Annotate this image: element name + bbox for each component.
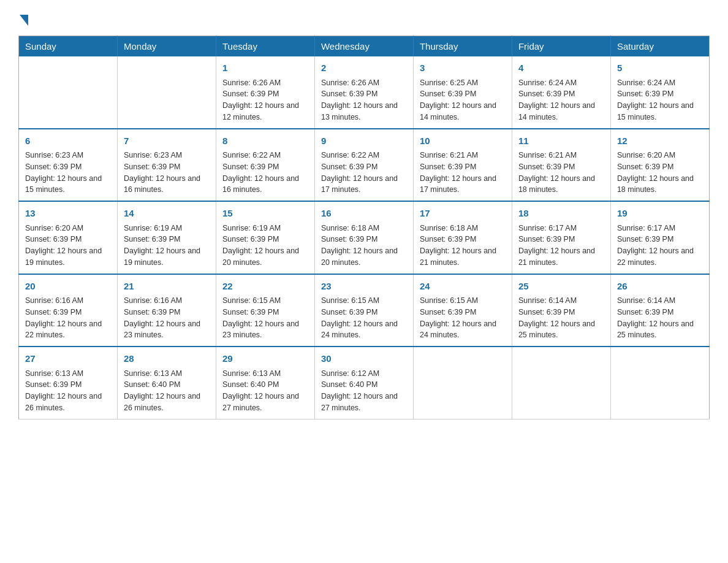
day-info: Sunrise: 6:19 AMSunset: 6:39 PMDaylight:… [124,223,210,269]
calendar-cell: 5Sunrise: 6:24 AMSunset: 6:39 PMDaylight… [610,56,709,129]
day-info: Sunrise: 6:13 AMSunset: 6:39 PMDaylight:… [25,368,111,414]
day-info: Sunrise: 6:24 AMSunset: 6:39 PMDaylight:… [518,77,604,123]
calendar-cell [117,56,216,129]
day-info: Sunrise: 6:21 AMSunset: 6:39 PMDaylight:… [420,150,506,196]
page-header [18,12,710,23]
calendar-cell: 25Sunrise: 6:14 AMSunset: 6:39 PMDayligh… [512,274,610,347]
day-number: 3 [420,61,506,75]
calendar-cell: 15Sunrise: 6:19 AMSunset: 6:39 PMDayligh… [216,201,314,274]
calendar-week-4: 27Sunrise: 6:13 AMSunset: 6:39 PMDayligh… [19,347,710,419]
day-number: 27 [25,352,111,366]
day-info: Sunrise: 6:19 AMSunset: 6:39 PMDaylight:… [222,223,308,269]
day-info: Sunrise: 6:14 AMSunset: 6:39 PMDaylight:… [617,295,703,341]
day-info: Sunrise: 6:16 AMSunset: 6:39 PMDaylight:… [124,295,210,341]
calendar-cell [512,347,610,419]
calendar-cell: 28Sunrise: 6:13 AMSunset: 6:40 PMDayligh… [117,347,216,419]
day-info: Sunrise: 6:23 AMSunset: 6:39 PMDaylight:… [124,150,210,196]
calendar-cell: 6Sunrise: 6:23 AMSunset: 6:39 PMDaylight… [19,129,118,202]
day-info: Sunrise: 6:20 AMSunset: 6:39 PMDaylight:… [617,150,703,196]
calendar-cell: 20Sunrise: 6:16 AMSunset: 6:39 PMDayligh… [19,274,118,347]
calendar-cell: 27Sunrise: 6:13 AMSunset: 6:39 PMDayligh… [19,347,118,419]
day-info: Sunrise: 6:21 AMSunset: 6:39 PMDaylight:… [518,150,604,196]
calendar-table: SundayMondayTuesdayWednesdayThursdayFrid… [18,36,710,419]
day-number: 10 [420,134,506,148]
calendar-cell: 30Sunrise: 6:12 AMSunset: 6:40 PMDayligh… [314,347,413,419]
day-number: 12 [617,134,703,148]
weekday-header-monday: Monday [117,36,216,57]
day-number: 16 [321,207,407,221]
day-info: Sunrise: 6:13 AMSunset: 6:40 PMDaylight:… [222,368,308,414]
calendar-cell: 23Sunrise: 6:15 AMSunset: 6:39 PMDayligh… [314,274,413,347]
day-number: 29 [222,352,308,366]
calendar-cell: 3Sunrise: 6:25 AMSunset: 6:39 PMDaylight… [413,56,512,129]
day-number: 19 [617,207,703,221]
day-info: Sunrise: 6:14 AMSunset: 6:39 PMDaylight:… [518,295,604,341]
day-info: Sunrise: 6:20 AMSunset: 6:39 PMDaylight:… [25,223,111,269]
calendar-cell: 12Sunrise: 6:20 AMSunset: 6:39 PMDayligh… [610,129,709,202]
calendar-cell: 18Sunrise: 6:17 AMSunset: 6:39 PMDayligh… [512,201,610,274]
day-info: Sunrise: 6:17 AMSunset: 6:39 PMDaylight:… [518,223,604,269]
calendar-cell: 1Sunrise: 6:26 AMSunset: 6:39 PMDaylight… [216,56,314,129]
calendar-cell: 2Sunrise: 6:26 AMSunset: 6:39 PMDaylight… [314,56,413,129]
day-number: 11 [518,134,604,148]
weekday-header-row: SundayMondayTuesdayWednesdayThursdayFrid… [19,36,710,57]
day-number: 28 [124,352,210,366]
calendar-cell: 4Sunrise: 6:24 AMSunset: 6:39 PMDaylight… [512,56,610,129]
day-number: 1 [222,61,308,75]
day-number: 13 [25,207,111,221]
weekday-header-tuesday: Tuesday [216,36,314,57]
calendar-week-2: 13Sunrise: 6:20 AMSunset: 6:39 PMDayligh… [19,201,710,274]
calendar-cell: 14Sunrise: 6:19 AMSunset: 6:39 PMDayligh… [117,201,216,274]
calendar-cell: 7Sunrise: 6:23 AMSunset: 6:39 PMDaylight… [117,129,216,202]
weekday-header-wednesday: Wednesday [314,36,413,57]
day-info: Sunrise: 6:17 AMSunset: 6:39 PMDaylight:… [617,223,703,269]
day-info: Sunrise: 6:18 AMSunset: 6:39 PMDaylight:… [420,223,506,269]
logo-arrow-icon [20,15,28,26]
day-info: Sunrise: 6:22 AMSunset: 6:39 PMDaylight:… [321,150,407,196]
day-info: Sunrise: 6:13 AMSunset: 6:40 PMDaylight:… [124,368,210,414]
calendar-cell: 9Sunrise: 6:22 AMSunset: 6:39 PMDaylight… [314,129,413,202]
calendar-week-1: 6Sunrise: 6:23 AMSunset: 6:39 PMDaylight… [19,129,710,202]
day-number: 17 [420,207,506,221]
calendar-week-3: 20Sunrise: 6:16 AMSunset: 6:39 PMDayligh… [19,274,710,347]
calendar-week-0: 1Sunrise: 6:26 AMSunset: 6:39 PMDaylight… [19,56,710,129]
day-info: Sunrise: 6:25 AMSunset: 6:39 PMDaylight:… [420,77,506,123]
calendar-cell: 10Sunrise: 6:21 AMSunset: 6:39 PMDayligh… [413,129,512,202]
day-info: Sunrise: 6:18 AMSunset: 6:39 PMDaylight:… [321,223,407,269]
logo [18,12,28,23]
calendar-cell: 26Sunrise: 6:14 AMSunset: 6:39 PMDayligh… [610,274,709,347]
day-number: 7 [124,134,210,148]
calendar-cell [413,347,512,419]
day-number: 8 [222,134,308,148]
day-number: 2 [321,61,407,75]
calendar-cell: 29Sunrise: 6:13 AMSunset: 6:40 PMDayligh… [216,347,314,419]
calendar-cell: 21Sunrise: 6:16 AMSunset: 6:39 PMDayligh… [117,274,216,347]
day-number: 25 [518,280,604,294]
day-info: Sunrise: 6:16 AMSunset: 6:39 PMDaylight:… [25,295,111,341]
day-info: Sunrise: 6:24 AMSunset: 6:39 PMDaylight:… [617,77,703,123]
day-number: 20 [25,280,111,294]
calendar-cell [19,56,118,129]
day-number: 22 [222,280,308,294]
day-number: 15 [222,207,308,221]
day-number: 21 [124,280,210,294]
day-number: 4 [518,61,604,75]
day-info: Sunrise: 6:15 AMSunset: 6:39 PMDaylight:… [420,295,506,341]
day-number: 23 [321,280,407,294]
weekday-header-thursday: Thursday [413,36,512,57]
day-info: Sunrise: 6:26 AMSunset: 6:39 PMDaylight:… [321,77,407,123]
day-number: 5 [617,61,703,75]
calendar-cell: 17Sunrise: 6:18 AMSunset: 6:39 PMDayligh… [413,201,512,274]
calendar-cell: 16Sunrise: 6:18 AMSunset: 6:39 PMDayligh… [314,201,413,274]
calendar-cell [610,347,709,419]
weekday-header-friday: Friday [512,36,610,57]
calendar-cell: 19Sunrise: 6:17 AMSunset: 6:39 PMDayligh… [610,201,709,274]
day-number: 9 [321,134,407,148]
day-info: Sunrise: 6:23 AMSunset: 6:39 PMDaylight:… [25,150,111,196]
day-info: Sunrise: 6:15 AMSunset: 6:39 PMDaylight:… [222,295,308,341]
day-number: 18 [518,207,604,221]
day-number: 6 [25,134,111,148]
calendar-cell: 13Sunrise: 6:20 AMSunset: 6:39 PMDayligh… [19,201,118,274]
day-info: Sunrise: 6:12 AMSunset: 6:40 PMDaylight:… [321,368,407,414]
day-number: 26 [617,280,703,294]
